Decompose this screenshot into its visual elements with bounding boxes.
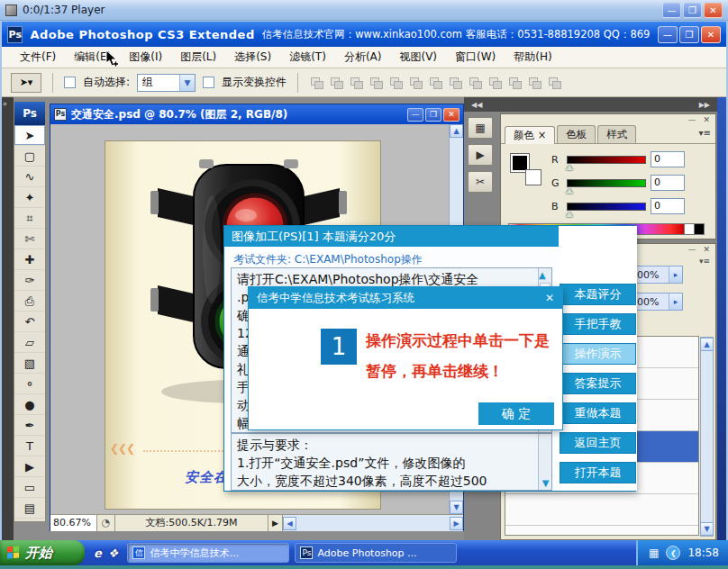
palette-dock-button[interactable]: ✂ — [468, 171, 493, 193]
toolbox-tool[interactable]: ➤ — [14, 125, 45, 146]
keyboard-tray-icon[interactable]: ▦ — [649, 546, 659, 559]
layer-row[interactable] — [505, 494, 698, 526]
align-option-icon[interactable] — [408, 76, 423, 89]
taskbar-task-button[interactable]: 信 信考中学信息技术... — [127, 543, 289, 563]
align-option-icon[interactable] — [329, 76, 344, 89]
start-button[interactable]: 开始 — [0, 540, 85, 565]
align-option-icon[interactable] — [527, 76, 542, 89]
align-option-icon[interactable] — [349, 76, 364, 89]
scroll-down-icon[interactable]: ▼ — [539, 476, 552, 490]
exam-action-button[interactable]: 本题评分 — [560, 284, 636, 305]
spectrum-black-swatch[interactable] — [695, 223, 705, 235]
align-option-icon[interactable] — [428, 76, 443, 89]
app-minimize-button[interactable]: — — [658, 26, 678, 43]
menu-item[interactable]: 选择(S) — [225, 47, 280, 68]
document-titlebar[interactable]: Ps 交通安全.psd @ 80.7% (图层 2, RGB/8) — ❐ ✕ — [50, 104, 463, 124]
dock-expand-icon[interactable]: » — [3, 100, 7, 108]
toolbox-tool[interactable]: ✦ — [14, 187, 45, 208]
color-panel-tab[interactable]: 色板 — [557, 125, 596, 143]
toolbox-tool[interactable]: ✑ — [14, 270, 45, 291]
fill-field[interactable]: 00% ▸ — [632, 293, 683, 311]
document-horizontal-scrollbar[interactable]: ◀ ▶ — [283, 515, 463, 531]
align-option-icon[interactable] — [468, 76, 483, 89]
exam-action-button[interactable]: 返回主页 — [560, 432, 636, 454]
exam-action-button[interactable]: 答案提示 — [560, 373, 636, 394]
quick-launch-icon[interactable]: e — [94, 546, 102, 560]
menu-item[interactable]: 帮助(H) — [505, 47, 560, 68]
menu-item[interactable]: 窗口(W) — [446, 47, 505, 68]
dock-collapse-right-icon[interactable]: ▶▶ — [699, 101, 710, 109]
popup-close-icon[interactable]: ✕ — [545, 292, 554, 304]
toolbox-tool[interactable]: ↶ — [14, 312, 45, 332]
quick-launch-icon[interactable]: ❖ — [108, 546, 119, 560]
exam-action-button[interactable]: 重做本题 — [560, 402, 636, 424]
toolbox-tool[interactable]: ▢ — [14, 146, 45, 167]
menu-item[interactable]: 图层(L) — [171, 47, 225, 68]
align-option-icon[interactable] — [547, 76, 562, 89]
toolbox-tool[interactable]: ✚ — [14, 249, 45, 270]
toolbox-tool[interactable]: ✄ — [14, 229, 45, 249]
palette-dock-button[interactable]: ▶ — [468, 144, 493, 166]
player-maximize-button[interactable]: ❐ — [683, 3, 702, 18]
confirm-button[interactable]: 确 定 — [478, 402, 554, 425]
palette-dock-button[interactable]: ▦ — [468, 117, 493, 139]
scroll-down-icon[interactable]: ▼ — [700, 522, 714, 536]
panel-close-icon[interactable]: ✕ — [703, 244, 710, 256]
doc-maximize-button[interactable]: ❐ — [425, 108, 441, 122]
scroll-left-icon[interactable]: ◀ — [283, 517, 296, 530]
align-option-icon[interactable] — [507, 76, 523, 89]
align-option-icon[interactable] — [448, 76, 463, 89]
align-option-icon[interactable] — [369, 76, 384, 89]
scroll-up-icon[interactable]: ▲ — [450, 124, 463, 138]
spin-arrow-icon[interactable]: ▸ — [669, 266, 682, 283]
player-close-button[interactable]: ✕ — [704, 3, 723, 18]
toolbox-tool[interactable]: ▶ — [14, 456, 45, 477]
zoom-level-field[interactable]: 80.67% — [50, 515, 97, 531]
menu-item[interactable]: 图像(I) — [120, 47, 171, 68]
menu-item[interactable]: 视图(V) — [390, 47, 446, 68]
app-close-button[interactable]: ✕ — [701, 26, 721, 43]
panel-minimize-icon[interactable]: — — [687, 244, 696, 256]
dock-collapse-left-icon[interactable]: ◀◀ — [471, 101, 482, 109]
layers-scrollbar[interactable]: ▲ ▼ — [700, 337, 714, 537]
toolbox-tool[interactable]: ▭ — [14, 477, 45, 498]
exam-action-button[interactable]: 打开本题 — [560, 462, 636, 483]
doc-minimize-button[interactable]: — — [407, 108, 423, 122]
color-panel-tab[interactable]: 样式 — [597, 125, 636, 143]
channel-value-field[interactable]: 0 — [651, 151, 685, 167]
panel-flyout-icon[interactable]: ▾≡ — [699, 256, 710, 266]
toolbox-tool[interactable]: ⌗ — [14, 208, 45, 229]
auto-select-dropdown[interactable]: 组 ▼ — [137, 74, 196, 92]
spin-arrow-icon[interactable]: ▸ — [669, 294, 682, 310]
taskbar-task-button[interactable]: Ps Adobe Photoshop ... — [295, 543, 457, 563]
hint-scrollbar[interactable]: ▼ — [538, 434, 551, 490]
chevron-down-icon[interactable]: ▼ — [179, 75, 195, 91]
background-color-swatch[interactable] — [525, 169, 541, 185]
player-minimize-button[interactable]: — — [662, 3, 681, 18]
toolbox-tool[interactable]: ▤ — [14, 498, 45, 519]
toolbox-tool[interactable]: ▱ — [14, 332, 45, 353]
hint-text-area[interactable]: 提示与要求：1.打开“交通安全.psd”文件，修改图像的大小，宽度不超过340像… — [231, 433, 552, 491]
channel-slider[interactable] — [567, 156, 646, 164]
panel-close-icon[interactable]: ✕ — [703, 114, 710, 126]
doc-close-button[interactable]: ✕ — [443, 108, 460, 122]
tool-preset-picker[interactable]: ➤▾ — [11, 73, 41, 93]
channel-value-field[interactable]: 0 — [651, 198, 685, 214]
status-menu-arrow-icon[interactable]: ▶ — [268, 515, 283, 531]
language-tray-icon[interactable]: ❮ — [666, 546, 680, 560]
toolbox-tool[interactable]: ∿ — [14, 167, 45, 187]
align-option-icon[interactable] — [487, 76, 503, 89]
color-panel-tab[interactable]: 颜色 × — [505, 126, 555, 144]
opacity-field[interactable]: 00% ▸ — [632, 266, 683, 284]
auto-select-checkbox[interactable] — [64, 77, 76, 88]
scroll-right-icon[interactable]: ▶ — [450, 517, 463, 530]
popup-titlebar[interactable]: 信考中学信息技术考试练习系统 ✕ — [249, 287, 562, 309]
toolbox-tool[interactable]: ● — [14, 394, 45, 415]
channel-slider[interactable] — [567, 203, 646, 211]
app-restore-button[interactable]: ❐ — [679, 26, 699, 43]
exam-action-button[interactable]: 手把手教 — [560, 313, 636, 335]
align-option-icon[interactable] — [388, 76, 404, 89]
show-transform-checkbox[interactable] — [203, 77, 214, 88]
scroll-down-icon[interactable]: ▼ — [450, 501, 463, 514]
toolbox-tool[interactable]: T — [14, 436, 45, 456]
